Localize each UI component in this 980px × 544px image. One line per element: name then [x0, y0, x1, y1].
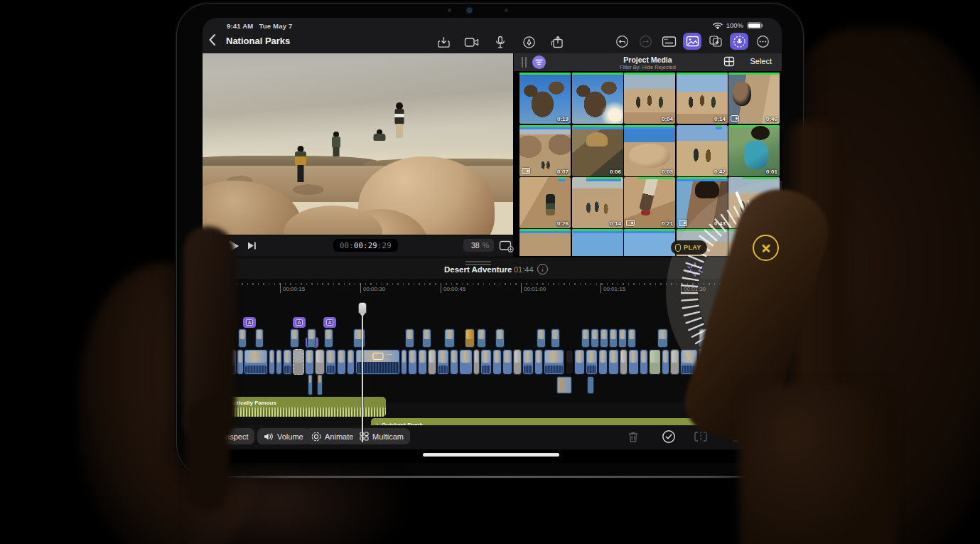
connected-clip[interactable] [290, 329, 299, 348]
connected-clip[interactable] [618, 329, 627, 348]
media-thumbnail[interactable]: 0:14 [677, 73, 728, 124]
storyline-clip[interactable] [586, 349, 598, 375]
storyline-clip[interactable] [244, 349, 268, 375]
home-indicator[interactable] [423, 453, 559, 457]
connected-clip[interactable] [477, 329, 486, 348]
record-voiceover-button[interactable] [491, 33, 510, 50]
connected-clip[interactable] [465, 329, 475, 348]
undo-button[interactable] [613, 33, 631, 50]
media-browser-button[interactable] [683, 33, 701, 50]
redo-button[interactable] [636, 33, 655, 50]
timecode-display[interactable]: 00:00:29:29 [333, 239, 398, 252]
storyline-clip[interactable] [628, 349, 639, 375]
storyline-clip[interactable] [293, 349, 304, 375]
approve-button[interactable] [661, 429, 677, 444]
storyline-clip[interactable] [283, 349, 292, 375]
storyline-clip[interactable] [502, 349, 512, 375]
grid-view-icon[interactable] [723, 56, 735, 70]
back-button[interactable] [208, 33, 224, 50]
video-viewer[interactable] [203, 53, 513, 235]
connected-clip[interactable] [537, 329, 546, 348]
storyline-clip[interactable] [337, 349, 346, 375]
storyline-clip[interactable] [473, 349, 480, 375]
storyline-clip[interactable] [305, 349, 314, 375]
media-thumbnail[interactable]: 0:26 [519, 177, 571, 228]
connected-clip[interactable] [324, 329, 333, 348]
connected-clip[interactable] [317, 374, 323, 395]
import-button[interactable] [434, 33, 453, 50]
connected-clip[interactable] [556, 376, 572, 394]
storyline-clip[interactable] [620, 349, 628, 375]
storyline-clip[interactable] [534, 349, 543, 375]
storyline-clip[interactable] [649, 349, 661, 375]
connected-clip[interactable] [238, 329, 247, 348]
storyline-clip[interactable] [544, 349, 564, 375]
voice-isolation-button[interactable] [730, 33, 748, 50]
select-button[interactable]: Select [750, 57, 772, 65]
media-thumbnail[interactable]: 0:14 [572, 177, 623, 228]
titles-panel-button[interactable] [659, 33, 678, 50]
storyline-clip[interactable] [269, 349, 275, 375]
connected-clip[interactable] [353, 329, 365, 348]
media-thumbnail[interactable] [572, 229, 623, 256]
more-options-button[interactable] [753, 33, 772, 50]
viewer-zoom-level[interactable]: 38% [463, 239, 494, 252]
timeline-ruler[interactable] [220, 283, 758, 285]
storyline-clip[interactable] [565, 349, 574, 375]
media-thumbnail[interactable] [519, 229, 571, 256]
jog-play-badge[interactable]: PLAY [671, 240, 707, 255]
title-clip-badge[interactable]: A [293, 317, 306, 328]
storyline-clip[interactable] [418, 349, 427, 375]
storyline-clip[interactable] [401, 349, 407, 375]
connected-clip[interactable] [581, 329, 590, 348]
media-thumbnail[interactable]: 0:04 [624, 73, 675, 124]
title-clip-badge[interactable]: A [243, 317, 256, 328]
connected-clip[interactable] [609, 329, 618, 348]
connected-clip[interactable] [308, 374, 313, 395]
storyline-clip[interactable] [640, 349, 648, 375]
close-jog-wheel-button[interactable] [753, 235, 779, 261]
media-thumbnail[interactable]: 0:01 [728, 125, 780, 176]
connected-clip[interactable] [422, 329, 431, 348]
connected-clip[interactable] [657, 329, 668, 348]
storyline-clip[interactable] [325, 349, 336, 375]
playhead[interactable] [362, 303, 363, 442]
storyline-clip[interactable] [428, 349, 436, 375]
media-thumbnail[interactable]: 0:03 [624, 125, 675, 176]
storyline-clip[interactable] [662, 349, 669, 375]
storyline-clip[interactable] [574, 349, 585, 375]
media-thumbnail[interactable] [624, 229, 675, 256]
storyline-clip[interactable] [608, 349, 619, 375]
storyline-clip[interactable] [513, 349, 522, 375]
storyline-clip[interactable] [670, 349, 679, 375]
connected-clip[interactable] [591, 329, 599, 348]
storyline-clip[interactable] [480, 349, 492, 375]
storyline-clip[interactable] [237, 349, 244, 375]
connected-clip[interactable] [495, 329, 505, 348]
jog-wheel-toggle-button[interactable] [686, 262, 704, 279]
storyline-clip[interactable] [492, 349, 502, 375]
connected-clip[interactable] [628, 329, 636, 348]
picture-in-picture-button[interactable] [499, 240, 514, 255]
media-thumbnail[interactable]: 0:43 [677, 177, 728, 228]
media-thumbnail[interactable]: 0:06 [572, 125, 623, 176]
media-thumbnail[interactable]: 0:46 [728, 73, 780, 124]
media-thumbnail[interactable]: 0:05 [572, 73, 623, 124]
storyline-clip[interactable] [347, 349, 355, 375]
storyline-clip[interactable] [437, 349, 449, 375]
storyline-clip[interactable] [522, 349, 534, 375]
storyline-clip[interactable] [450, 349, 458, 375]
connected-clip[interactable] [405, 329, 414, 348]
effects-button[interactable] [706, 33, 725, 50]
storyline-clip[interactable] [276, 349, 282, 375]
connected-clip[interactable] [307, 329, 316, 348]
media-thumbnail[interactable]: 0:21 [624, 177, 675, 228]
media-thumbnail[interactable]: 0:07 [519, 125, 571, 176]
media-thumbnail[interactable]: 0:42 [677, 125, 728, 176]
connected-clip[interactable] [255, 329, 264, 348]
storyline-clip[interactable] [459, 349, 473, 375]
volume-button[interactable]: Volume [257, 428, 310, 444]
playhead-handle[interactable] [358, 302, 367, 314]
storyline-clip[interactable] [315, 349, 325, 375]
connected-clip[interactable] [444, 329, 455, 348]
